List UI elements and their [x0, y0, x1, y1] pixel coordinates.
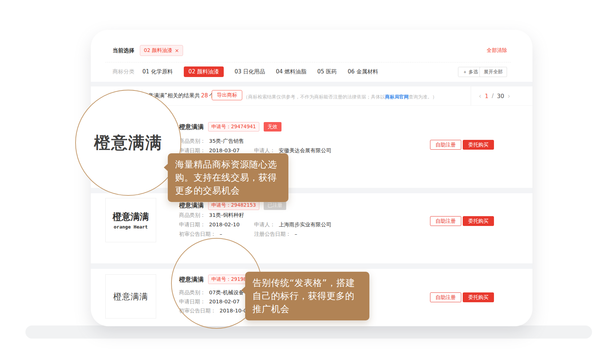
current-page: 1	[485, 93, 489, 100]
category-tabs: 01 化学原料 02 颜料油漆 03 日化用品 04 燃料油脂 05 医药 06…	[142, 66, 378, 77]
selected-filter-tag-label: 02 颜料油漆	[144, 47, 172, 54]
close-icon[interactable]: ×	[175, 48, 179, 53]
application-number-tag: 申请号：29474941	[208, 122, 259, 132]
tab-05-medicine[interactable]: 05 医药	[317, 68, 337, 75]
prev-page-icon[interactable]: ‹	[479, 93, 482, 100]
app-no-value: 29482153	[231, 202, 256, 208]
category-field-value: 31类-饲料种籽	[209, 212, 244, 218]
magnified-trademark-text: 橙意满满	[94, 132, 162, 154]
self-register-button[interactable]: 自助注册	[430, 216, 461, 226]
applicant-label: 申请人：	[254, 147, 275, 153]
page: 当前选择 02 颜料油漆 × 全部清除 商标分类 01 化学原料 02 颜料油漆…	[0, 0, 616, 364]
apply-date-value: 2018-02-10	[209, 222, 240, 227]
result-row-2-dates: 申请日期：2018-02-10 申请人：上海雨步实业有限公司	[179, 221, 328, 228]
trademark-office-link[interactable]: 商标局官网	[385, 94, 409, 100]
disclaimer-post: 查询为准。）	[409, 94, 437, 100]
tooltip-marketplace: 海量精品商标资源随心选购。支持在线交易，获得更多的交易机会	[168, 153, 288, 202]
pagination: ‹ 1 / 30 ›	[471, 86, 518, 105]
tooltip-marketplace-text: 海量精品商标资源随心选购。支持在线交易，获得更多的交易机会	[175, 159, 277, 196]
tab-02-paint[interactable]: 02 颜料油漆	[184, 66, 224, 77]
reg-pub-value: –	[295, 231, 297, 237]
app-no-label: 申请号：	[211, 124, 231, 129]
entrust-buy-button[interactable]: 委托购买	[463, 292, 494, 302]
tooltip-promotion: 告别传统“发表格”，搭建自己的标行，获得更多的推广机会	[245, 272, 369, 320]
first-pub-label: 初审公告日期：	[179, 231, 216, 237]
section-gap	[91, 188, 532, 193]
tab-04-fuel[interactable]: 04 燃料油脂	[276, 68, 307, 75]
laptop-base	[25, 325, 592, 339]
section-gap	[91, 82, 532, 86]
expand-all-button[interactable]: 展开全部	[479, 67, 507, 77]
tooltip-arrow-icon	[164, 163, 168, 171]
apply-date-value: 2018-03-07	[209, 147, 240, 153]
trademark-name[interactable]: 橙意满满	[179, 123, 204, 131]
tab-03-daily[interactable]: 03 日化用品	[235, 68, 265, 75]
first-pub-value: –	[220, 231, 222, 237]
category-field-label: 商品类别：	[179, 212, 206, 218]
export-trademarks-button[interactable]: 导出商标	[212, 90, 242, 100]
entrust-buy-button[interactable]: 委托购买	[463, 140, 494, 150]
trademark-image-text: 橙意满满	[113, 291, 148, 302]
category-label: 商标分类	[113, 68, 134, 75]
trademark-image: 橙意满满	[105, 274, 156, 319]
total-pages: 30	[497, 93, 504, 100]
entrust-buy-button[interactable]: 委托购买	[463, 216, 494, 226]
tooltip-arrow-icon	[241, 286, 246, 294]
category-field-label: 商品类别：	[179, 138, 206, 144]
section-gap	[91, 263, 532, 269]
trademark-image-text: 橙意满满	[113, 211, 149, 223]
reg-pub-label: 注册公告日期：	[254, 231, 291, 237]
applicant-value: 上海雨步实业有限公司	[279, 222, 332, 227]
result-row-2-category: 商品类别：31类-饲料种籽	[179, 212, 244, 219]
applicant-label: 申请人：	[254, 222, 275, 227]
results-count: 28	[201, 92, 208, 99]
magnifier-circle: 橙意满满	[75, 90, 181, 196]
dashed-divider	[105, 62, 511, 62]
trademark-image-subtext: orange Heart	[114, 224, 148, 230]
tab-01-chemical[interactable]: 01 化学原料	[142, 68, 173, 75]
apply-date-label: 申请日期：	[179, 147, 206, 153]
status-badge: 无效	[264, 122, 281, 132]
applicant-value: 安徽美达会展有限公司	[279, 147, 332, 153]
category-field-value: 35类-广告销售	[209, 138, 244, 144]
result-row-1-category: 商品类别：35类-广告销售	[179, 138, 244, 145]
current-selection-label: 当前选择	[113, 47, 134, 54]
self-register-button[interactable]: 自助注册	[430, 292, 461, 302]
result-row-1-title: 橙意满满 申请号：29474941 无效	[179, 122, 281, 132]
self-register-button[interactable]: 自助注册	[430, 140, 461, 150]
clear-all-link[interactable]: 全部清除	[487, 47, 507, 54]
trademark-image: 橙意满满 orange Heart	[105, 198, 156, 242]
tooltip-promotion-text: 告别传统“发表格”，搭建自己的标行，获得更多的推广机会	[252, 278, 355, 314]
result-row-2-publications: 初审公告日期：– 注册公告日期：–	[179, 231, 328, 238]
next-page-icon[interactable]: ›	[507, 93, 510, 100]
app-no-value: 29474941	[231, 124, 256, 129]
trademark-name[interactable]: 橙意满满	[179, 201, 204, 210]
page-separator: /	[492, 93, 494, 99]
tab-06-metal[interactable]: 06 金属材料	[348, 68, 378, 75]
app-no-label: 申请号：	[211, 202, 231, 208]
selected-filter-tag[interactable]: 02 颜料油漆 ×	[140, 45, 183, 56]
apply-date-label: 申请日期：	[179, 222, 206, 227]
multi-select-button[interactable]: ＋ 多选	[458, 67, 482, 77]
disclaimer-text: （商标检索结果仅供参考，不作为商标能否注册的法律依据；具体以商标局官网查询为准。…	[243, 94, 437, 100]
disclaimer-pre: （商标检索结果仅供参考，不作为商标能否注册的法律依据；具体以	[243, 94, 385, 100]
